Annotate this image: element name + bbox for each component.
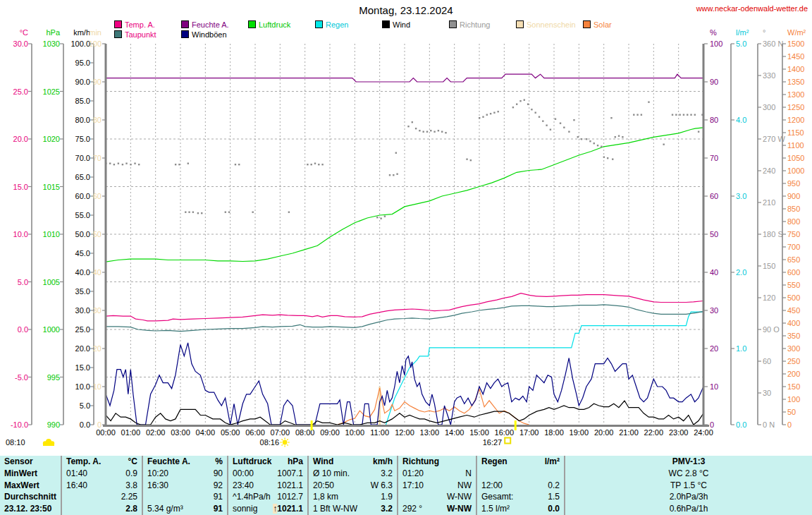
- table-cell: 10:2090: [143, 468, 227, 480]
- svg-text:15.0: 15.0: [13, 183, 28, 191]
- svg-text:5.0: 5.0: [736, 40, 746, 48]
- legend-swatch-icon: [114, 30, 122, 38]
- legend-swatch-icon: [449, 20, 457, 28]
- row-label: MinWert: [0, 468, 61, 480]
- svg-text:60: 60: [763, 357, 771, 365]
- svg-text:1500: 1500: [787, 40, 804, 48]
- svg-text:65.0: 65.0: [75, 173, 90, 181]
- svg-text:21:00: 21:00: [619, 428, 639, 437]
- svg-text:35.0: 35.0: [75, 287, 90, 296]
- svg-text:10: 10: [93, 382, 102, 391]
- axis-solar: 1500145014001350130012501200115011001050…: [782, 28, 806, 429]
- svg-text:75.0: 75.0: [75, 135, 90, 143]
- legend-swatch-icon: [315, 20, 323, 28]
- legend-label: Taupunkt: [125, 30, 156, 39]
- svg-text:150: 150: [787, 382, 800, 391]
- row-label: MaxWert: [0, 480, 61, 492]
- legend-swatch-icon: [248, 20, 256, 28]
- svg-text:1.0: 1.0: [736, 344, 746, 353]
- svg-text:180 S: 180 S: [763, 230, 783, 238]
- legend-label: Wind: [393, 20, 410, 29]
- svg-text:60: 60: [710, 192, 718, 200]
- svg-text:850: 850: [787, 205, 800, 213]
- table-cell: 23:401021.1: [228, 480, 307, 492]
- axis-direction: 360 N330300270 W240210180 S15012090 O603…: [758, 28, 785, 429]
- sunrise-time: 08:16: [260, 438, 280, 447]
- series-temp_a: [106, 293, 703, 321]
- row-label: Sensor: [0, 456, 61, 468]
- svg-text:1010: 1010: [43, 230, 60, 238]
- svg-text:01:00: 01:00: [121, 428, 141, 437]
- svg-text:70: 70: [93, 154, 102, 162]
- svg-text:300: 300: [787, 344, 800, 353]
- svg-text:50: 50: [710, 230, 718, 238]
- series-feuchte_a: [106, 74, 703, 82]
- axis-pressure: 1030102510201015101010051000995990hPa: [43, 28, 63, 429]
- svg-text:1450: 1450: [787, 52, 804, 61]
- table-cell: ^1.4hPa/h1012.7: [228, 491, 307, 503]
- svg-text:90.0: 90.0: [75, 78, 90, 86]
- svg-text:30.0: 30.0: [13, 40, 28, 48]
- table-cell: 2.0hPa/3h: [565, 491, 812, 503]
- svg-text:09:00: 09:00: [320, 428, 340, 437]
- svg-text:250: 250: [787, 357, 800, 365]
- table-cell: 0.6hPa/1h: [565, 503, 812, 515]
- svg-text:300: 300: [763, 103, 775, 111]
- legend-item-richtung: Richtung: [449, 20, 490, 30]
- legend-swatch-icon: [181, 20, 189, 28]
- series-regen: [386, 312, 704, 425]
- svg-text:18:00: 18:00: [544, 428, 564, 437]
- svg-text:1200: 1200: [787, 116, 804, 124]
- legend-label: Temp. A.: [125, 20, 155, 29]
- svg-text:-10.0: -10.0: [11, 420, 28, 429]
- svg-text:1050: 1050: [787, 154, 804, 162]
- legend-item-luftdruck: Luftdruck: [248, 20, 290, 30]
- legend-swatch-icon: [382, 20, 390, 28]
- table-cell: W-NW: [398, 491, 476, 503]
- svg-text:04:00: 04:00: [196, 428, 216, 437]
- svg-text:-5.0: -5.0: [15, 373, 28, 382]
- col-wind: Windkm/hØ 10 min.3.220:50W 6.31,8 km1.91…: [309, 456, 398, 515]
- svg-text:50: 50: [93, 230, 102, 238]
- svg-text:5.0: 5.0: [80, 401, 90, 410]
- svg-text:1025: 1025: [43, 87, 60, 96]
- table-cell: Ø 10 min.3.2: [309, 468, 397, 480]
- svg-text:5.0: 5.0: [18, 278, 28, 286]
- svg-text:1005: 1005: [43, 278, 60, 286]
- svg-text:800: 800: [787, 217, 800, 226]
- svg-text:40: 40: [93, 268, 102, 277]
- svg-text:15.0: 15.0: [75, 363, 90, 372]
- svg-text:2.0: 2.0: [736, 268, 746, 277]
- svg-text:1000: 1000: [787, 166, 804, 175]
- svg-text:20.0: 20.0: [75, 344, 90, 353]
- svg-text:11:00: 11:00: [370, 428, 389, 437]
- svg-text:50.0: 50.0: [75, 230, 90, 238]
- svg-text:20:00: 20:00: [594, 428, 614, 437]
- svg-text:22:00: 22:00: [644, 428, 664, 437]
- col-regen: Regenl/m²12:000.2Gesamt:1.51.5 l/m²0.0: [477, 456, 565, 515]
- svg-text:650: 650: [787, 255, 800, 264]
- svg-text:360 N: 360 N: [763, 40, 783, 48]
- col-header: Regenl/m²: [477, 456, 564, 468]
- svg-text:100: 100: [89, 40, 102, 48]
- col-header: LuftdruckhPa: [228, 456, 307, 468]
- svg-text:200: 200: [787, 370, 800, 378]
- table-cell: [477, 468, 564, 480]
- series-solar: [338, 388, 529, 425]
- col-header: PMV-1:3: [565, 456, 812, 468]
- svg-text:350: 350: [787, 332, 800, 340]
- svg-text:40.0: 40.0: [75, 268, 90, 277]
- svg-text:210: 210: [763, 198, 775, 207]
- svg-text:90: 90: [710, 78, 718, 86]
- table-cell: 00:001007.1: [228, 468, 307, 480]
- svg-text:120: 120: [763, 293, 775, 302]
- legend-item-wind: Wind: [382, 20, 410, 30]
- svg-text:10.0: 10.0: [13, 230, 28, 238]
- svg-text:330: 330: [763, 71, 775, 80]
- svg-text:20: 20: [710, 344, 718, 353]
- svg-text:100: 100: [710, 40, 722, 48]
- svg-text:07:00: 07:00: [271, 428, 290, 437]
- moonrise-cloud-icon: [43, 439, 54, 446]
- svg-text:0.0: 0.0: [736, 420, 746, 429]
- legend-label: Sonnenschein: [527, 20, 576, 29]
